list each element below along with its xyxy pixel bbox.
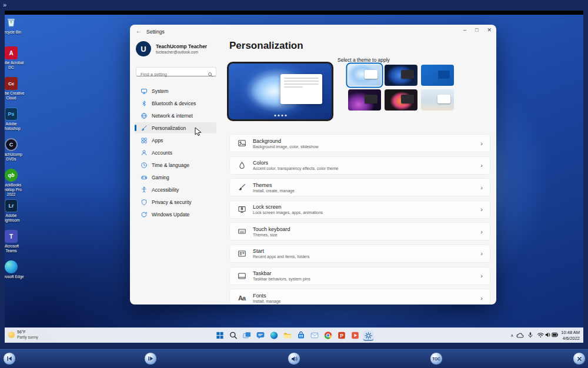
settings-row-lock-screen[interactable]: Lock screenLock screen images, apps, ani… <box>229 200 490 219</box>
sidebar-item-system[interactable]: System <box>135 85 216 96</box>
sidebar-item-bluetooth-devices[interactable]: Bluetooth & devices <box>135 98 216 109</box>
close-button[interactable]: ✕ <box>487 27 492 33</box>
powerpoint-icon[interactable]: P <box>336 330 347 341</box>
apps-grid-icon <box>141 137 148 144</box>
mouse-cursor <box>195 127 202 139</box>
start-button[interactable] <box>215 330 225 341</box>
quickbooks-icon: qb <box>5 169 18 182</box>
theme-thumbnail-purple-glow[interactable] <box>348 89 381 111</box>
desktop-icon-teams[interactable]: T Microsoft Teams <box>5 230 25 253</box>
theme-thumbnail-windows-dark[interactable] <box>385 65 417 86</box>
theme-thumbnail-flower[interactable] <box>385 89 417 111</box>
video-player-frame: » Recycle Bin A Adobe Acrobat DC Cc Adob… <box>0 0 588 368</box>
weather-sun-icon <box>8 332 15 338</box>
settings-row-colors[interactable]: ColorsAccent color, transparency effects… <box>229 156 490 175</box>
player-close-button[interactable] <box>573 352 586 365</box>
row-subtitle: Install, create, manage <box>253 189 295 193</box>
sidebar-item-accounts[interactable]: Accounts <box>135 147 216 158</box>
chevron-right-icon: › <box>480 206 483 213</box>
user-account[interactable]: U TeachUcomp Teacher tucteacher@outlook.… <box>136 41 207 56</box>
volume-button[interactable] <box>288 352 300 365</box>
row-subtitle: Accent color, transparency effects, colo… <box>253 166 338 170</box>
microphone-icon[interactable] <box>527 330 534 341</box>
lock-screen-icon <box>237 205 246 214</box>
settings-row-taskbar[interactable]: TaskbarTaskbar behaviors, system pins › <box>229 267 490 285</box>
personalization-rows: BackgroundBackground image, color, slide… <box>229 134 490 305</box>
desktop-icon-lightroom[interactable]: Lr Adobe Lightroom <box>5 199 25 223</box>
user-email: tucteacher@outlook.com <box>156 50 207 54</box>
row-subtitle: Taskbar behaviors, system pins <box>253 277 310 281</box>
file-explorer-icon[interactable] <box>282 330 293 341</box>
onedrive-icon[interactable] <box>516 330 524 341</box>
desktop-icon-edge[interactable]: Microsoft Edge <box>5 260 25 279</box>
desktop-icon-acrobat[interactable]: A Adobe Acrobat DC <box>5 46 25 70</box>
chevron-right-icon: › <box>480 228 483 235</box>
desktop-icon-recycle-bin[interactable]: Recycle Bin <box>5 16 25 35</box>
sidebar-item-personalization[interactable]: Personalization <box>135 122 216 133</box>
video-screen: Recycle Bin A Adobe Acrobat DC Cc Adobe … <box>5 11 583 343</box>
keyboard-icon <box>237 227 246 236</box>
chevron-right-icon: › <box>480 162 483 169</box>
search-input[interactable] <box>136 71 216 79</box>
brush-icon <box>237 183 246 192</box>
row-title: Taskbar <box>253 270 310 276</box>
acrobat-icon: A <box>5 46 18 59</box>
maximize-button[interactable]: □ <box>475 27 478 33</box>
theme-thumbnail-light-landscape[interactable] <box>421 89 454 111</box>
settings-row-touch-keyboard[interactable]: Touch keyboardThemes, size › <box>229 222 490 240</box>
desktop-icon-label: Adobe Acrobat DC <box>5 61 25 70</box>
fonts-icon: Aa <box>237 293 246 303</box>
desktop-icon-label: Microsoft Edge <box>5 275 25 279</box>
desktop-icon-creative-cloud[interactable]: Cc Adobe Creative Cloud <box>5 77 25 101</box>
wifi-volume-battery-icons[interactable] <box>537 330 558 341</box>
tray-chevron-icon[interactable]: ∧ <box>510 333 513 338</box>
skip-to-start-button[interactable] <box>3 352 16 365</box>
windows-desktop[interactable]: Recycle Bin A Adobe Acrobat DC Cc Adobe … <box>5 15 583 343</box>
desktop-icon-quickbooks[interactable]: qb QuickBooks Desktop Pro 2022 <box>5 169 25 196</box>
search-button[interactable] <box>228 330 239 341</box>
settings-sidebar: System Bluetooth & devices Network & int… <box>135 85 216 221</box>
system-tray: ∧ 10:48 AM 4/6/2022 <box>510 328 580 343</box>
theme-picker-grid <box>348 65 454 111</box>
weather-condition: Partly sunny <box>17 335 38 340</box>
theme-thumbnail-blue[interactable] <box>421 65 454 86</box>
row-title: Colors <box>253 160 338 166</box>
weather-widget[interactable]: 56°F Partly sunny <box>8 330 38 340</box>
settings-row-background[interactable]: BackgroundBackground image, color, slide… <box>229 134 490 152</box>
task-view-button[interactable] <box>242 330 252 341</box>
settings-gear-icon[interactable] <box>363 330 374 341</box>
toc-button[interactable]: TOC <box>430 352 443 365</box>
settings-row-fonts[interactable]: Aa FontsInstall, manage › <box>229 289 490 305</box>
player-expand-icon[interactable]: » <box>3 1 6 8</box>
settings-row-start[interactable]: StartRecent apps and items, folders › <box>229 245 490 263</box>
droplet-icon <box>237 160 246 170</box>
sidebar-item-label: Windows Update <box>152 212 189 218</box>
sidebar-item-windows-update[interactable]: Windows Update <box>135 209 216 220</box>
play-pause-button[interactable] <box>144 352 157 365</box>
sidebar-item-gaming[interactable]: Gaming <box>135 172 216 183</box>
desktop-icon-photoshop[interactable]: Ps Adobe Photoshop <box>5 108 25 131</box>
edge-taskbar-icon[interactable] <box>269 330 279 341</box>
recycle-bin-icon <box>5 16 18 29</box>
sidebar-item-time-language[interactable]: Time & language <box>135 159 216 170</box>
desktop-icon-teachucomp[interactable]: C TeachUcomp DVDs <box>5 138 25 162</box>
edge-icon <box>5 260 18 273</box>
taskbar-clock[interactable]: 10:48 AM 4/6/2022 <box>561 330 580 341</box>
system-icon <box>141 88 148 95</box>
chrome-icon[interactable] <box>323 330 333 341</box>
mail-icon[interactable] <box>309 330 320 341</box>
store-icon[interactable] <box>296 330 306 341</box>
settings-row-themes[interactable]: ThemesInstall, create, manage › <box>229 178 490 196</box>
sidebar-item-privacy-security[interactable]: Privacy & security <box>135 196 216 208</box>
accessibility-icon <box>141 186 148 193</box>
chat-icon[interactable] <box>255 330 266 341</box>
sidebar-item-apps[interactable]: Apps <box>135 135 216 146</box>
back-button[interactable]: ← <box>136 28 142 34</box>
desktop-icon-label: Adobe Lightroom <box>5 213 25 223</box>
sidebar-item-accessibility[interactable]: Accessibility <box>135 184 216 195</box>
training-player-icon[interactable] <box>350 330 360 341</box>
preview-taskbar-mock <box>274 115 286 116</box>
sidebar-item-network-internet[interactable]: Network & internet <box>135 110 216 121</box>
theme-thumbnail-windows-light[interactable] <box>348 65 381 86</box>
minimize-button[interactable]: – <box>463 27 466 33</box>
